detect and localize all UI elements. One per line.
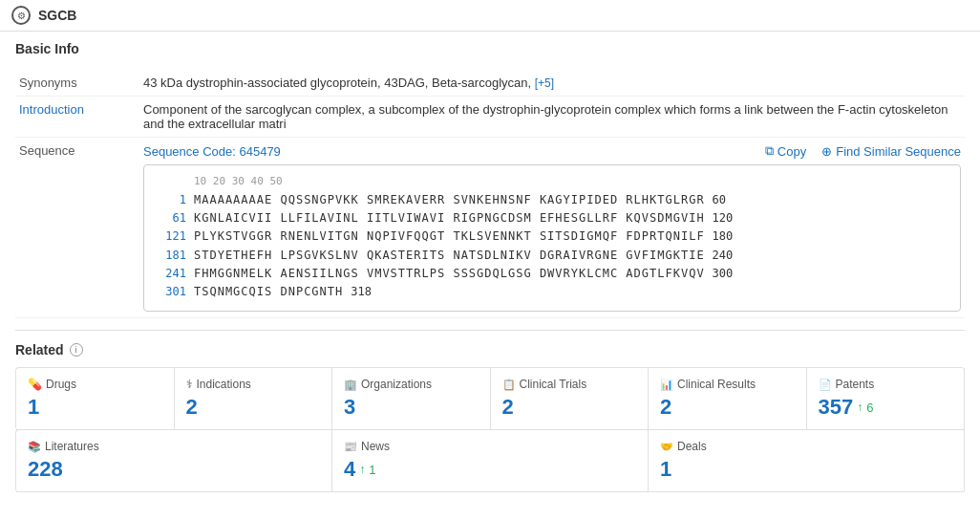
introduction-row: Introduction Component of the sarcoglyca…: [15, 97, 965, 138]
related-cell-label-patents: Patents: [819, 378, 953, 391]
trend-arrow: ↑: [857, 401, 863, 414]
related-cell-value-clinical-trials: 2: [502, 395, 637, 420]
sequence-line: 301 TSQNMGCQIS DNPCGNTH 318: [156, 283, 948, 301]
related-cell-value-organizations: 3: [344, 395, 479, 420]
seq-start-num: 241: [156, 265, 194, 283]
find-similar-button[interactable]: Find Similar Sequence: [821, 144, 961, 159]
sequence-box: 10 20 30 40 50 1 MAAAAAAAAE QQSSNGPVKK S…: [143, 164, 961, 312]
related-cell-label-deals: Deals: [660, 440, 952, 453]
literatures-icon: [28, 440, 41, 453]
seq-end-num: 240: [705, 247, 734, 265]
related-title: Related i: [15, 342, 965, 358]
seq-end-num: 180: [705, 228, 734, 246]
related-num-news: 4: [344, 457, 355, 482]
related-cell-value-literatures: 228: [28, 457, 320, 482]
seq-start-num: 181: [156, 247, 194, 265]
sequence-ruler: 10 20 30 40 50: [156, 175, 948, 187]
related-cell-literatures[interactable]: Literatures 228: [16, 430, 332, 492]
related-cell-indications[interactable]: Indications 2: [175, 368, 333, 430]
trend-arrow: ↑: [359, 463, 365, 476]
related-grid-row2: Literatures 228 News 4 ↑1 Deals 1: [15, 429, 965, 492]
related-num-deals: 1: [660, 457, 671, 482]
sequence-code-link[interactable]: Sequence Code: 645479: [143, 144, 281, 159]
sequence-lines: 1 MAAAAAAAAE QQSSNGPVKK SMREKAVERR SVNKE…: [156, 191, 948, 301]
seq-start-num: 121: [156, 228, 194, 246]
related-info-icon[interactable]: i: [70, 343, 83, 357]
related-label-text-drugs: Drugs: [46, 378, 76, 391]
related-cell-deals[interactable]: Deals 1: [649, 430, 965, 492]
related-label-text-clinical-trials: Clinical Trials: [520, 378, 587, 391]
copy-icon: [765, 143, 774, 159]
related-label-text-organizations: Organizations: [361, 378, 432, 391]
related-num-clinical-results: 2: [660, 395, 671, 420]
seq-amino-text: FHMGGNMELK AENSIILNGS VMVSTTRLPS SSSGDQL…: [194, 265, 705, 283]
related-grid-row1: Drugs 1 Indications 2 Organizations 3 Cl…: [15, 367, 965, 430]
related-cell-label-organizations: Organizations: [344, 378, 479, 391]
related-cell-label-clinical-trials: Clinical Trials: [502, 378, 637, 391]
sequence-line: 181 STDYETHEFH LPSGVKSLNV QKASTERITS NAT…: [156, 247, 948, 265]
patents-icon: [819, 378, 832, 391]
copy-button[interactable]: Copy: [765, 143, 806, 159]
seq-amino-text: TSQNMGCQIS DNPCGNTH: [194, 283, 343, 301]
related-cell-patents[interactable]: Patents 357 ↑6: [807, 368, 966, 430]
related-cell-value-news: 4 ↑1: [344, 457, 636, 482]
sequence-line: 1 MAAAAAAAAE QQSSNGPVKK SMREKAVERR SVNKE…: [156, 191, 948, 209]
seq-amino-text: PLYKSTVGGR RNENLVITGN NQPIVFQQGT TKLSVEN…: [194, 228, 705, 246]
related-label-text-indications: Indications: [197, 378, 251, 391]
seq-start-num: 61: [156, 209, 194, 228]
seq-amino-text: KGNLAICVII LLFILAVINL IITLVIWAVI RIGPNGC…: [194, 209, 705, 228]
seq-start-num: 301: [156, 283, 194, 301]
trend-value: 1: [369, 463, 375, 477]
seq-end-num: 318: [343, 283, 372, 301]
top-header: ⚙ SGCB: [0, 0, 980, 32]
related-label-text-deals: Deals: [677, 440, 707, 453]
related-num-indications: 2: [186, 395, 198, 420]
introduction-label: Introduction: [15, 97, 139, 138]
seq-end-num: 300: [705, 265, 734, 283]
gear-icon[interactable]: ⚙: [11, 6, 31, 25]
related-cell-label-news: News: [344, 440, 636, 453]
sequence-line: 121 PLYKSTVGGR RNENLVITGN NQPIVFQQGT TKL…: [156, 228, 948, 246]
sequence-line: 61 KGNLAICVII LLFILAVINL IITLVIWAVI RIGP…: [156, 209, 948, 228]
synonyms-value: 43 kDa dystrophin-associated glycoprotei…: [139, 70, 965, 97]
related-label-text-patents: Patents: [836, 378, 875, 391]
related-cell-label-drugs: Drugs: [28, 378, 162, 391]
related-num-clinical-trials: 2: [502, 395, 514, 420]
related-cell-value-patents: 357 ↑6: [819, 395, 953, 420]
main-content: Basic Info Synonyms 43 kDa dystrophin-as…: [0, 32, 980, 502]
introduction-value: Component of the sarcoglycan complex, a …: [139, 97, 965, 138]
drugs-icon: [28, 378, 42, 391]
seq-amino-text: MAAAAAAAAE QQSSNGPVKK SMREKAVERR SVNKEHN…: [194, 191, 705, 209]
synonyms-text: 43 kDa dystrophin-associated glycoprotei…: [143, 76, 531, 90]
introduction-label-text: Introduction: [19, 102, 84, 117]
related-cell-organizations[interactable]: Organizations 3: [332, 368, 491, 430]
related-num-literatures: 228: [28, 457, 63, 482]
related-cell-clinical-trials[interactable]: Clinical Trials 2: [491, 368, 650, 430]
sequence-line: 241 FHMGGNMELK AENSIILNGS VMVSTTRLPS SSS…: [156, 265, 948, 283]
basic-info-title: Basic Info: [15, 41, 965, 60]
find-similar-icon: [821, 144, 832, 159]
divider: [15, 330, 965, 331]
related-cell-value-indications: 2: [186, 395, 321, 420]
synonyms-label: Synonyms: [15, 70, 139, 97]
sequence-row: Sequence Sequence Code: 645479 Copy Find…: [15, 138, 965, 318]
synonyms-more[interactable]: [+5]: [535, 76, 554, 90]
related-label-text-clinical-results: Clinical Results: [677, 378, 756, 391]
related-cell-value-clinical-results: 2: [660, 395, 795, 420]
related-cell-clinical-results[interactable]: Clinical Results 2: [649, 368, 807, 430]
related-cell-value-drugs: 1: [28, 395, 162, 420]
find-similar-label: Find Similar Sequence: [836, 144, 961, 159]
related-label-text-news: News: [361, 440, 390, 453]
sequence-actions: Copy Find Similar Sequence: [765, 143, 961, 159]
indications-icon: [186, 378, 193, 391]
synonyms-row: Synonyms 43 kDa dystrophin-associated gl…: [15, 70, 965, 97]
related-cell-drugs[interactable]: Drugs 1: [16, 368, 175, 430]
seq-amino-text: STDYETHEFH LPSGVKSLNV QKASTERITS NATSDLN…: [194, 247, 705, 265]
related-label-text-literatures: Literatures: [45, 440, 99, 453]
clinical-trials-icon: [502, 378, 516, 391]
related-cell-news[interactable]: News 4 ↑1: [332, 430, 649, 492]
related-num-patents: 357: [819, 395, 854, 420]
seq-start-num: 1: [156, 191, 194, 209]
copy-label: Copy: [778, 144, 806, 159]
related-label: Related: [15, 342, 64, 358]
